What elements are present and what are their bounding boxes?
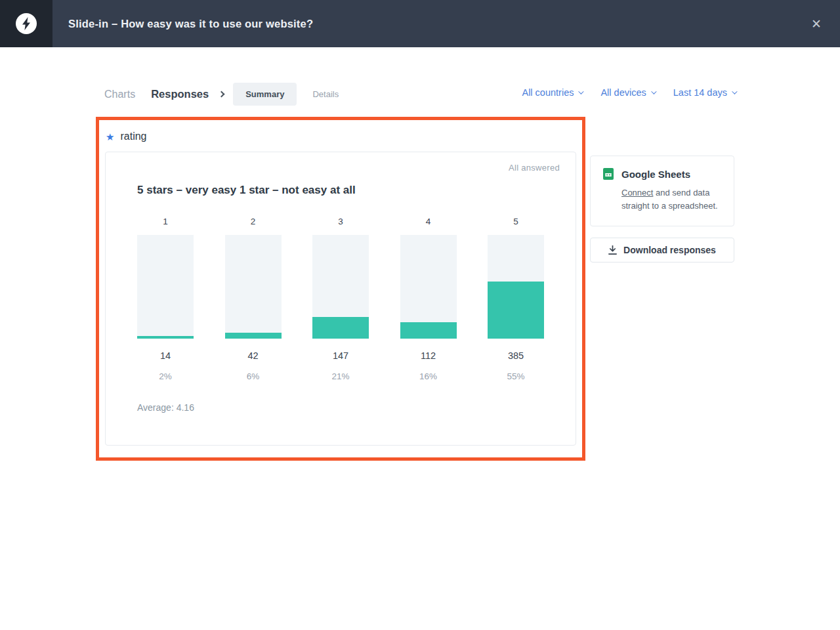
- close-icon[interactable]: ✕: [807, 14, 826, 33]
- bar-track[interactable]: [137, 235, 194, 339]
- tab-charts[interactable]: Charts: [104, 89, 135, 100]
- bar-column: 3 147 21%: [312, 217, 369, 381]
- tab-responses[interactable]: Responses: [151, 88, 209, 100]
- bar-column: 2 42 6%: [225, 217, 282, 381]
- connect-link[interactable]: Connect: [621, 188, 653, 198]
- tab-summary[interactable]: Summary: [233, 83, 297, 106]
- download-responses-button[interactable]: Download responses: [590, 238, 734, 262]
- bar-fill: [312, 317, 369, 339]
- average-label: Average: 4.16: [137, 402, 544, 413]
- bar-value: 385: [508, 350, 524, 361]
- tab-details[interactable]: Details: [312, 89, 339, 99]
- filter-countries-label: All countries: [522, 87, 574, 98]
- filter-devices-dropdown[interactable]: All devices: [600, 87, 654, 98]
- chevron-down-icon: [579, 89, 584, 94]
- filter-daterange-dropdown[interactable]: Last 14 days: [673, 87, 736, 98]
- question-card[interactable]: ★ rating All answered 5 stars – very eas…: [96, 117, 585, 461]
- answered-status: All answered: [509, 163, 560, 173]
- rating-star-icon: ★: [106, 132, 114, 142]
- google-sheets-title: Google Sheets: [621, 169, 690, 180]
- bar-percent-label: 16%: [419, 371, 437, 381]
- question-header: ★ rating: [99, 120, 582, 152]
- bar-column: 1 14 2%: [137, 217, 194, 381]
- bar-category-label: 5: [513, 217, 518, 226]
- bar-track[interactable]: [400, 235, 457, 339]
- bar-category-label: 3: [338, 217, 343, 226]
- google-sheets-header: Google Sheets: [602, 168, 723, 180]
- filter-bar: All countries All devices Last 14 days: [522, 87, 736, 98]
- chevron-right-icon: [219, 91, 225, 98]
- app-logo-button[interactable]: [0, 0, 52, 47]
- bar-column: 5 385 55%: [488, 217, 544, 381]
- bar-category-label: 1: [163, 217, 168, 226]
- bar-fill: [137, 336, 194, 339]
- filter-daterange-label: Last 14 days: [673, 87, 727, 98]
- bar-value: 147: [333, 350, 348, 361]
- bar-percent-label: 55%: [507, 371, 524, 381]
- bar-percent-label: 21%: [331, 371, 349, 381]
- download-responses-label: Download responses: [623, 245, 716, 255]
- bar-value: 14: [160, 350, 171, 361]
- bar-fill: [225, 333, 282, 339]
- filter-countries-dropdown[interactable]: All countries: [522, 87, 582, 98]
- chevron-down-icon: [651, 89, 656, 94]
- view-nav: Charts Responses Summary Details: [104, 83, 339, 106]
- chevron-down-icon: [732, 89, 737, 94]
- google-sheets-card: Google Sheets Connect and send data stra…: [590, 156, 734, 226]
- google-sheets-description: Connect and send data straight to a spre…: [621, 186, 723, 213]
- survey-title: Slide-in – How easy was it to use our we…: [68, 18, 313, 30]
- filter-devices-label: All devices: [600, 87, 646, 98]
- bar-fill: [400, 322, 457, 339]
- google-sheets-icon: [602, 168, 614, 180]
- bar-value: 112: [421, 350, 436, 361]
- topbar: Slide-in – How easy was it to use our we…: [0, 0, 840, 47]
- sidebar: Google Sheets Connect and send data stra…: [590, 156, 734, 262]
- bar-fill: [488, 282, 544, 339]
- chart-title: 5 stars – very easy 1 star – not easy at…: [137, 184, 544, 197]
- rating-chart-card: All answered 5 stars – very easy 1 star …: [105, 152, 576, 446]
- bar-track[interactable]: [225, 235, 282, 339]
- bar-percent-label: 6%: [247, 371, 260, 381]
- bar-track[interactable]: [312, 235, 369, 339]
- app-logo-icon: [14, 12, 38, 35]
- bar-category-label: 4: [426, 217, 431, 226]
- bar-percent-label: 2%: [159, 371, 172, 381]
- download-icon: [608, 245, 617, 255]
- bar-value: 42: [247, 350, 258, 361]
- question-type-label: rating: [120, 131, 146, 142]
- bar-track[interactable]: [488, 235, 544, 339]
- bar-category-label: 2: [251, 217, 256, 226]
- bar-columns: 1 14 2% 2 42 6% 3 147 21% 4 112 16% 5: [137, 217, 544, 381]
- bar-column: 4 112 16%: [400, 217, 457, 381]
